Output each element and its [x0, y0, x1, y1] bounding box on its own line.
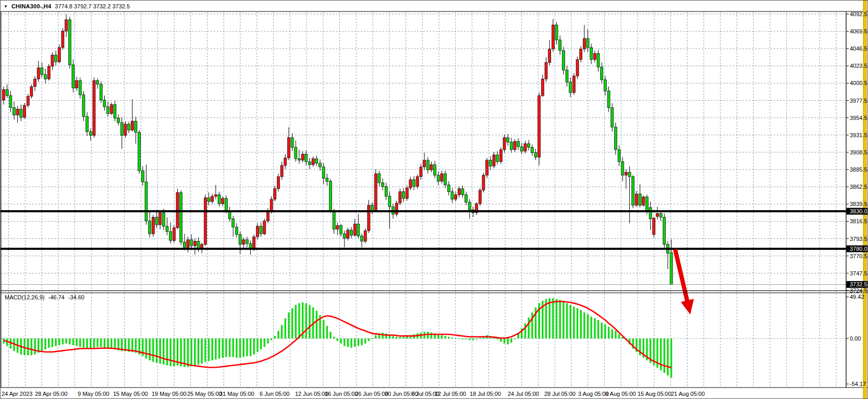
macd-bar	[233, 338, 234, 357]
macd-bar	[190, 338, 192, 366]
candle-body	[423, 160, 426, 167]
candle-body	[86, 117, 89, 132]
candle-body	[614, 127, 617, 150]
symbol-menu-icon[interactable]: ▼	[4, 4, 8, 9]
macd-bar	[577, 308, 578, 338]
time-axis-label: 15 Aug 05:00	[638, 391, 671, 397]
macd-bar	[79, 338, 81, 347]
candle-body	[193, 241, 196, 246]
macd-bar	[173, 338, 175, 366]
candle-body	[110, 105, 113, 114]
candle-body	[580, 49, 582, 59]
macd-bar	[187, 338, 189, 367]
time-axis-label: 9 Aug 05:00	[605, 391, 636, 397]
macd-bar	[371, 338, 373, 339]
chart-background	[1, 1, 868, 399]
candle-body	[447, 185, 450, 192]
macd-bar	[96, 338, 98, 347]
candle-body	[649, 208, 652, 219]
candle-body	[253, 237, 255, 249]
macd-bar	[333, 337, 335, 338]
candle-body	[545, 63, 547, 79]
candle-body	[503, 138, 506, 150]
candle-body	[333, 211, 335, 229]
macd-bar	[198, 338, 199, 365]
macd-signal-value: -34.60	[68, 294, 84, 300]
candle-body	[6, 90, 8, 96]
macd-bar	[204, 338, 206, 362]
macd-bar	[288, 312, 289, 338]
candle-body	[583, 39, 585, 49]
candle-body	[604, 80, 606, 91]
macd-bar	[479, 337, 481, 338]
macd-bar	[298, 303, 300, 338]
candle-body	[180, 192, 182, 242]
candle-body	[350, 230, 353, 235]
candle-body	[55, 55, 57, 62]
candle-body	[141, 171, 144, 182]
macd-bar	[253, 338, 255, 355]
macd-bar	[364, 338, 366, 344]
candle-body	[430, 165, 433, 170]
macd-name: MACD(12,26,9)	[5, 294, 44, 300]
candle-body	[562, 51, 565, 70]
macd-bar	[271, 338, 272, 340]
candle-body	[586, 39, 589, 47]
chart-title-bar: ▼ CHINA300-,H4 3774.8 3792.7 3732.2 3732…	[4, 2, 130, 10]
candle-body	[347, 230, 349, 238]
price-axis-label: 3954.5	[850, 115, 867, 121]
candle-body	[339, 225, 342, 234]
macd-bar	[573, 307, 574, 338]
macd-axis-label: -54.17	[850, 381, 866, 387]
candle-body	[639, 194, 641, 205]
macd-bar	[169, 338, 171, 366]
candle-body	[295, 148, 297, 159]
macd-bar	[107, 338, 108, 348]
candle-body	[420, 167, 422, 177]
candle-body	[482, 175, 485, 190]
macd-main-value: -46.74	[48, 294, 64, 300]
macd-bar	[55, 338, 56, 346]
candle-body	[493, 155, 495, 166]
macd-bar	[612, 329, 613, 338]
candle-body	[336, 225, 339, 229]
candle-body	[590, 47, 593, 59]
macd-bar	[528, 318, 529, 338]
macd-bar	[260, 338, 262, 349]
candle-body	[239, 235, 241, 245]
macd-bar	[52, 338, 53, 347]
candle-body	[305, 154, 308, 162]
candle-body	[632, 177, 634, 205]
macd-bar	[149, 338, 150, 360]
time-axis-label: 28 Jul 05:00	[544, 391, 576, 397]
candle-body	[34, 79, 36, 87]
macd-bar	[552, 298, 554, 338]
candle-body	[388, 196, 391, 207]
candle-body	[128, 124, 130, 130]
macd-bar	[375, 335, 376, 338]
candle-body	[461, 189, 464, 195]
candle-body	[222, 199, 224, 204]
price-axis-label: 4000.5	[850, 80, 867, 86]
macd-bar	[670, 338, 672, 378]
symbol-timeframe-label: CHINA300-,H4	[11, 3, 51, 9]
candle-body	[371, 205, 374, 210]
candle-body	[441, 174, 443, 181]
candle-body	[96, 80, 99, 84]
price-axis-label: 3816.5	[850, 218, 867, 224]
macd-bar	[291, 308, 293, 338]
chart-canvas[interactable]: 4092.54069.54046.54023.54000.53977.53954…	[1, 1, 868, 399]
candle-body	[607, 91, 610, 108]
macd-bar	[583, 312, 585, 338]
candle-body	[520, 147, 523, 151]
macd-bar	[469, 338, 470, 340]
candle-body	[468, 202, 471, 210]
candle-body	[277, 177, 279, 189]
candle-body	[62, 31, 64, 47]
candle-body	[173, 228, 175, 240]
candle-body	[465, 195, 468, 202]
candle-body	[361, 236, 363, 241]
candle-body	[287, 138, 290, 158]
macd-bar	[660, 338, 662, 370]
macd-bar	[326, 326, 328, 338]
